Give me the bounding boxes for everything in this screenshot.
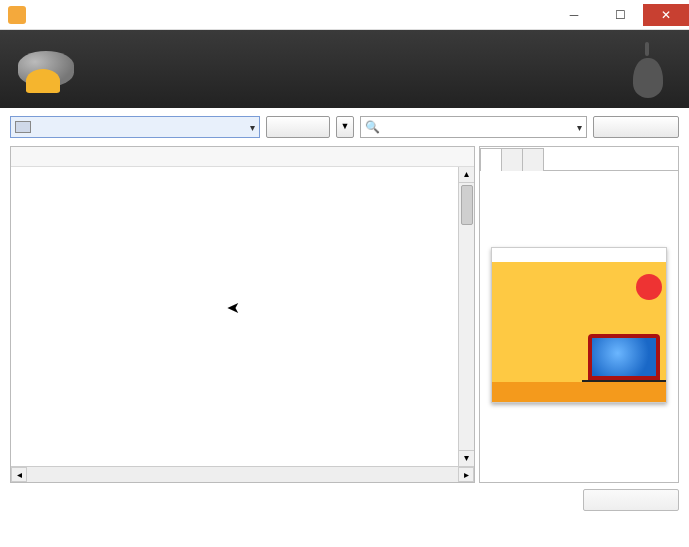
footer bbox=[10, 519, 679, 539]
table-header[interactable] bbox=[11, 147, 474, 167]
preview-body bbox=[480, 171, 678, 482]
tab-header[interactable] bbox=[522, 148, 544, 171]
scan-dropdown-button[interactable]: ▼ bbox=[336, 116, 354, 138]
side-tabs bbox=[480, 147, 678, 171]
horizontal-scrollbar[interactable]: ◂ ▸ bbox=[11, 466, 474, 482]
maximize-button[interactable]: ☐ bbox=[597, 4, 643, 26]
scan-button[interactable] bbox=[266, 116, 330, 138]
table-body bbox=[11, 167, 474, 466]
tab-preview[interactable] bbox=[480, 148, 502, 171]
close-button[interactable]: ✕ bbox=[643, 4, 689, 26]
options-button[interactable] bbox=[593, 116, 679, 138]
chevron-down-icon[interactable]: ▾ bbox=[577, 122, 582, 133]
laptop-icon bbox=[588, 334, 660, 380]
brand-line bbox=[86, 57, 92, 79]
ad-badge bbox=[636, 274, 662, 300]
promo-ad[interactable] bbox=[491, 247, 667, 403]
filter-input[interactable] bbox=[384, 120, 577, 134]
scroll-up-arrow[interactable]: ▴ bbox=[459, 167, 474, 183]
scrollbar-thumb[interactable] bbox=[461, 185, 473, 225]
app-icon bbox=[8, 6, 26, 24]
vertical-scrollbar[interactable]: ▴ ▾ bbox=[458, 167, 474, 466]
toolbar: ▾ ▼ 🔍 ▾ bbox=[0, 108, 689, 146]
titlebar: ─ ☐ ✕ bbox=[0, 0, 689, 30]
header-banner bbox=[0, 30, 689, 108]
minimize-button[interactable]: ─ bbox=[551, 4, 597, 26]
drive-selector[interactable]: ▾ bbox=[10, 116, 260, 138]
chevron-down-icon: ▾ bbox=[250, 122, 255, 133]
status-bar bbox=[10, 487, 679, 513]
filter-box[interactable]: 🔍 ▾ bbox=[360, 116, 587, 138]
piriform-pear-icon bbox=[627, 42, 671, 98]
recuva-logo-icon bbox=[18, 41, 74, 97]
tab-info[interactable] bbox=[501, 148, 523, 171]
search-icon: 🔍 bbox=[365, 120, 380, 134]
side-panel bbox=[479, 146, 679, 483]
scroll-left-arrow[interactable]: ◂ bbox=[11, 467, 27, 482]
drive-icon bbox=[15, 121, 31, 133]
scroll-down-arrow[interactable]: ▾ bbox=[459, 450, 474, 466]
file-list-panel: ▴ ▾ ◂ ▸ ➤ bbox=[10, 146, 475, 483]
recover-button[interactable] bbox=[583, 489, 679, 511]
scroll-right-arrow[interactable]: ▸ bbox=[458, 467, 474, 482]
